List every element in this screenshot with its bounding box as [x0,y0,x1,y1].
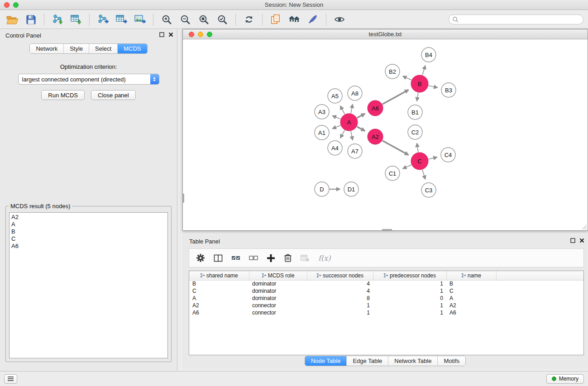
table-row-a2[interactable]: A2connector11A2 [189,302,583,309]
refresh-layout-button[interactable] [241,12,257,27]
optimization-criterion-select[interactable]: largest connected component (directed) [18,74,159,85]
graph-edge-A-A6[interactable] [357,114,365,118]
zoom-out-button[interactable] [177,12,193,27]
control-tab-mcds[interactable]: MCDS [117,44,147,53]
run-mcds-button[interactable]: Run MCDS [41,90,85,100]
show-graphics-details-button[interactable] [332,12,347,27]
table-cell[interactable]: connector [249,309,307,316]
zoom-in-button[interactable] [159,12,174,27]
close-panel-button-bottom[interactable]: Close panel [91,90,136,100]
graph-edge-A-A2[interactable] [357,127,365,131]
column-header-mcds-role[interactable]: MCDS role [249,271,307,280]
table-cell[interactable]: dominator [249,280,307,287]
graph-edge-C-C2[interactable] [417,143,418,152]
control-tab-style[interactable]: Style [63,44,89,53]
zoom-fit-button[interactable] [196,12,211,27]
graph-node-A5[interactable]: A5 [328,89,342,103]
graph-node-B1[interactable]: B1 [408,105,422,119]
graph-edge-A-A3[interactable] [332,116,340,119]
column-header-name[interactable]: name [446,271,496,280]
delete-column-button trash-icon[interactable] [284,253,292,262]
home-button[interactable] [287,12,302,27]
search-input[interactable] [460,16,580,23]
table-cell[interactable]: 1 [307,309,373,316]
session-details-button[interactable] [268,12,283,27]
graph-node-A7[interactable]: A7 [348,144,362,158]
graph-node-A3[interactable]: A3 [315,105,329,119]
export-image-button[interactable] [132,12,148,27]
graph-edge-A-A4[interactable] [340,130,345,138]
graph-edge-C-C4[interactable] [429,157,437,159]
deselect-all-rows-button deselect-all-icon[interactable] [249,256,258,260]
save-session-button[interactable] [23,12,38,27]
graph-edge-B-B4[interactable] [422,66,425,75]
graph-node-C4[interactable]: C4 [441,148,455,162]
mcds-result-item-b[interactable]: B [10,228,167,235]
mcds-result-item-a[interactable]: A [10,221,167,228]
network-graph[interactable]: ABCA2A6A1A3A4A5A7A8B1B2B3B4C1C2C3C4DD1 [183,40,588,231]
graph-edge-A2-C[interactable] [382,141,409,155]
graph-node-C1[interactable]: C1 [385,166,400,181]
function-builder-button fx-icon[interactable]: f(x) [318,254,330,262]
export-network-button[interactable] [95,12,110,27]
graph-node-B[interactable]: B [411,75,428,92]
graph-edge-A-A8[interactable] [351,105,353,114]
graph-edge-C-C3[interactable] [422,170,425,179]
table-cell[interactable]: C [446,287,496,295]
table-cell[interactable]: 0 [373,295,446,302]
column-header-successor-nodes[interactable]: successor nodes [307,271,373,280]
table-cell[interactable]: C [189,287,249,295]
table-row-b[interactable]: Bdominator41B [189,280,583,287]
graph-node-A8[interactable]: A8 [348,86,362,100]
table-cell[interactable]: dominator [249,295,307,302]
graph-edge-B-B3[interactable] [429,86,438,87]
table-cell[interactable]: 1 [373,309,446,316]
graph-edge-B-B2[interactable] [403,76,411,80]
graph-node-A[interactable]: A [340,114,358,131]
graph-edge-A-A1[interactable] [332,125,340,129]
graph-edge-A-A5[interactable] [340,106,345,114]
control-tab-select[interactable]: Select [89,44,117,53]
table-cell[interactable]: A2 [446,302,496,309]
open-file-button[interactable] [5,12,20,27]
table-cell[interactable]: 4 [307,280,373,287]
table-cell[interactable]: 8 [307,295,373,302]
table-tab-motifs[interactable]: Motifs [437,356,465,366]
zoom-selected-button[interactable] [215,12,230,27]
graph-edge-B-B1[interactable] [417,93,418,101]
graph-edge-A-A7[interactable] [351,131,353,140]
table-cell[interactable]: 1 [307,302,373,309]
table-tab-network-table[interactable]: Network Table [388,356,437,366]
mcds-result-item-c[interactable]: C [10,235,167,243]
table-cell[interactable]: connector [249,302,307,309]
graph-node-A6[interactable]: A6 [368,100,383,116]
graph-node-B3[interactable]: B3 [441,83,456,97]
show-columns-button columns-icon[interactable] [214,254,223,262]
vertical-scroll-thumb[interactable] [183,194,184,203]
graph-node-D1[interactable]: D1 [344,182,359,196]
graph-node-C2[interactable]: C2 [408,125,422,139]
show-panels-button[interactable] [4,374,17,384]
table-tab-edge-table[interactable]: Edge Table [346,356,388,366]
table-cell[interactable]: A [446,295,496,302]
memory-button[interactable]: Memory [546,374,584,384]
graph-edge-A6-B[interactable] [382,90,409,105]
control-tab-network[interactable]: Network [30,44,63,53]
network-window-titlebar[interactable]: testGlobe.txt [183,29,588,39]
column-header-shared-name[interactable]: shared name [189,271,249,280]
table-settings-button gear-icon[interactable] [196,253,205,262]
table-cell[interactable]: 1 [373,280,446,287]
add-column-button plus-icon[interactable] [267,254,275,262]
float-table-panel-button[interactable] [570,238,575,243]
table-cell[interactable]: A [189,295,249,302]
table-cell[interactable]: B [189,280,249,287]
mcds-result-item-a2[interactable]: A2 [10,214,167,221]
graph-node-A1[interactable]: A1 [315,125,329,140]
network-canvas[interactable]: ABCA2A6A1A3A4A5A7A8B1B2B3B4C1C2C3C4DD1 [183,40,588,230]
graph-node-D[interactable]: D [315,182,329,196]
table-cell[interactable]: A6 [189,309,249,316]
graph-node-A4[interactable]: A4 [328,141,342,155]
horizontal-scroll-thumb[interactable] [382,229,392,230]
select-all-rows-button select-all-icon[interactable] [231,256,240,260]
annotation-pen-button[interactable] [305,12,320,27]
